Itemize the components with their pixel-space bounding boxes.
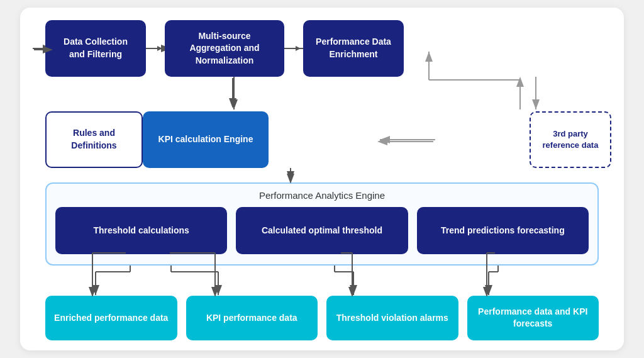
rules-box: Rules and Definitions [45, 111, 143, 168]
svg-marker-26 [157, 46, 162, 51]
aggregation-label: Multi-source Aggregation and Normalizati… [176, 30, 273, 67]
forecasts-label: Performance data and KPI forecasts [476, 306, 591, 330]
arrow2 [284, 45, 303, 52]
analytics-container: Performance Analytics Engine Threshold c… [45, 182, 599, 266]
threshold-violation-label: Threshold violation alarms [336, 312, 448, 325]
kpi-engine-box: KPI calculation Engine [143, 111, 269, 168]
enriched-data-label: Enriched performance data [54, 312, 168, 325]
main-diagram: Data Collection and Filtering Multi-sour… [20, 8, 624, 350]
enrichment-label: Performance Data Enrichment [314, 36, 392, 60]
threshold-calc-label: Threshold calculations [93, 225, 189, 237]
threshold-calc-box: Threshold calculations [55, 207, 227, 254]
enriched-data-box: Enriched performance data [45, 296, 177, 340]
enrichment-box: Performance Data Enrichment [303, 20, 404, 77]
trend-predictions-label: Trend predictions forecasting [441, 225, 565, 237]
third-party-box: 3rd party reference data [530, 111, 611, 168]
rules-label: Rules and Definitions [58, 127, 130, 152]
kpi-performance-box: KPI performance data [186, 296, 318, 340]
threshold-violation-box: Threshold violation alarms [326, 296, 458, 340]
row2-container: Rules and Definitions KPI calculation En… [45, 111, 611, 168]
forecasts-box: Performance data and KPI forecasts [467, 296, 599, 340]
analytics-boxes: Threshold calculations Calculated optima… [55, 207, 589, 254]
data-collection-box: Data Collection and Filtering [45, 20, 146, 77]
third-party-label: 3rd party reference data [541, 128, 600, 151]
aggregation-box: Multi-source Aggregation and Normalizati… [165, 20, 284, 77]
analytics-title: Performance Analytics Engine [55, 190, 589, 201]
kpi-performance-label: KPI performance data [206, 312, 297, 325]
arrow1 [146, 45, 165, 52]
svg-marker-28 [296, 46, 301, 51]
kpi-engine-label: KPI calculation Engine [158, 133, 253, 146]
data-collection-label: Data Collection and Filtering [57, 36, 135, 60]
outputs-container: Enriched performance data KPI performanc… [45, 296, 599, 340]
optimal-threshold-label: Calculated optimal threshold [262, 225, 382, 237]
row1-container: Data Collection and Filtering Multi-sour… [45, 20, 611, 77]
optimal-threshold-box: Calculated optimal threshold [236, 207, 408, 254]
trend-predictions-box: Trend predictions forecasting [417, 207, 589, 254]
